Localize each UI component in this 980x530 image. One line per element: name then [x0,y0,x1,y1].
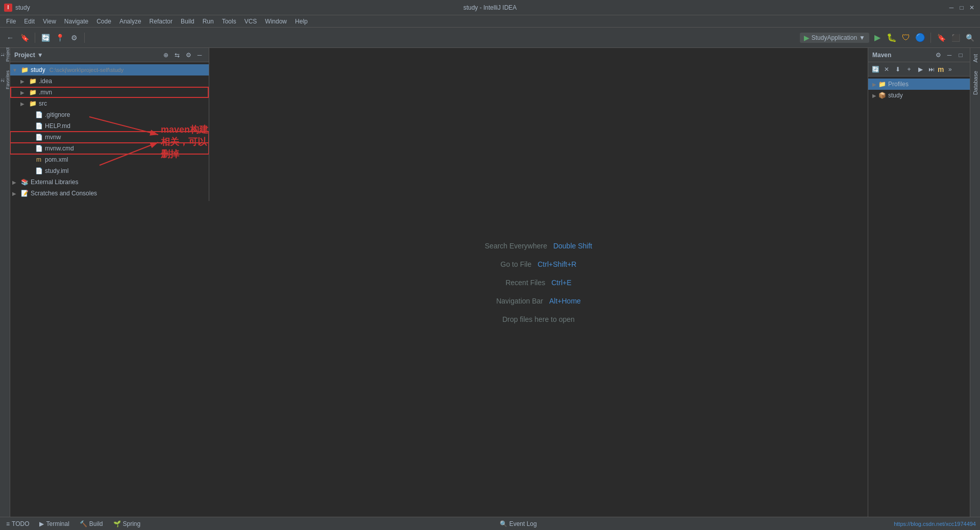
maven-skip-btn[interactable]: ⏭ [926,64,937,74]
maven-settings-btn[interactable]: ⚙ [933,50,943,60]
icon-pomxml: m [35,156,43,164]
panel-collapse-btn[interactable]: ⇆ [172,50,182,60]
run-config[interactable]: ▶ StudyApplication ▼ [800,33,869,43]
label-study-root: study [31,66,45,73]
bottom-event-log-btn[interactable]: 🔍 Event Log [498,519,539,528]
hint-key-recent: Ctrl+E [551,279,571,287]
label-helpmd: HELP.md [45,122,70,130]
menu-tools[interactable]: Tools [218,17,240,26]
maximize-button[interactable]: □ [958,4,966,12]
forward-button[interactable]: 🔖 [18,32,31,44]
profile-button[interactable]: 🔵 [914,32,926,44]
minimize-button[interactable]: ─ [947,4,955,12]
label-gitignore: .gitignore [45,111,70,118]
left-sidebar-icons: 1: Project 2: Favorites [0,48,10,517]
icon-scratches: 📝 [20,189,29,197]
menu-code[interactable]: Code [92,17,115,26]
bottom-build-btn[interactable]: 🔨 Build [78,519,105,528]
maven-download-btn[interactable]: ⬇ [893,64,903,74]
maven-header: Maven ⚙ ─ □ [868,48,970,62]
todo-label: TODO [12,520,29,527]
tree-item-ext-libs[interactable]: ▶ 📚 External Libraries [10,176,209,188]
main-layout: 1: Project 2: Favorites Project ▼ ⊕ ⇆ ⚙ … [0,48,980,517]
menu-window[interactable]: Window [261,17,291,26]
maven-item-study[interactable]: ▶ 📦 study [868,90,970,101]
maven-panel: Maven ⚙ ─ □ 🔄 ✕ ⬇ + ▶ ⏭ m » ▶ 📁 Profiles [868,48,970,517]
menu-refactor[interactable]: Refactor [145,17,177,26]
side-tab-ant[interactable]: Ant [971,50,980,67]
label-idea: .idea [39,78,52,85]
tree-item-gitignore[interactable]: ▶ 📄 .gitignore [10,109,209,120]
maven-m-icon: m [938,65,944,73]
coverage-button[interactable]: 🛡 [900,32,912,44]
maven-profiles-label: Profiles [888,81,909,88]
menu-view[interactable]: View [39,17,60,26]
menu-analyze[interactable]: Analyze [115,17,145,26]
menu-help[interactable]: Help [291,17,312,26]
debug-button[interactable]: 🐛 [886,32,898,44]
titlebar: I study study - IntelliJ IDEA ─ □ ✕ [0,0,980,15]
panel-sync-btn[interactable]: ⊕ [161,50,171,60]
panel-gear-btn[interactable]: ⚙ [183,50,193,60]
maven-title: Maven [872,52,891,59]
bottom-spring-btn[interactable]: 🌱 Spring [111,519,143,528]
tree-item-mvnwcmd[interactable]: ▶ 📄 mvnw.cmd [10,143,209,154]
terminal-button[interactable]: ⬛ [949,32,962,44]
back-button[interactable]: ← [4,32,16,44]
toolbar-separator-2 [84,33,85,43]
tree-item-src[interactable]: ▶ 📁 src [10,98,209,109]
hint-label-recent: Recent Files [505,279,545,287]
tree-item-study-root[interactable]: ▼ 📁 study C:\sckj\work\project-self\stud… [10,64,209,75]
menu-run[interactable]: Run [199,17,218,26]
maven-refresh-btn[interactable]: 🔄 [870,64,880,74]
maven-study-arrow: ▶ [872,93,876,98]
bottom-terminal-btn[interactable]: ▶ Terminal [37,519,71,528]
hint-drop-files: Drop files here to open [502,315,575,323]
settings-button[interactable]: ⚙ [68,32,80,44]
tree-item-idea[interactable]: ▶ 📁 .idea [10,75,209,87]
panel-close-btn[interactable]: ─ [194,50,205,60]
maven-collapse-btn[interactable]: ─ [944,50,954,60]
left-icon-1[interactable]: 1: Project [1,50,10,59]
maven-profiles-arrow: ▶ [872,82,876,87]
maven-item-profiles[interactable]: ▶ 📁 Profiles [868,79,970,90]
icon-study-root: 📁 [20,66,29,74]
maven-expand-btn[interactable]: □ [955,50,966,60]
side-tab-database[interactable]: Database [971,67,980,99]
path-study-root: C:\sckj\work\project-self\study [50,67,124,73]
menu-build[interactable]: Build [177,17,199,26]
bookmark-button[interactable]: 🔖 [935,32,947,44]
label-mvnwcmd: mvnw.cmd [45,145,74,152]
menu-vcs[interactable]: VCS [240,17,261,26]
search-everywhere-button[interactable]: 🔍 [964,32,976,44]
project-panel-header: Project ▼ ⊕ ⇆ ⚙ ─ [10,48,209,62]
app-icon: I [4,4,12,12]
tree-item-mvnw[interactable]: ▶ 📄 mvnw [10,132,209,143]
build-icon: 🔨 [80,520,87,527]
close-button[interactable]: ✕ [968,4,976,12]
nav-button[interactable]: 📍 [54,32,66,44]
tree-item-helpmd[interactable]: ▶ 📄 HELP.md [10,120,209,132]
run-config-dropdown: ▼ [859,34,865,41]
maven-run-btn[interactable]: ▶ [915,64,925,74]
icon-mvnw: 📄 [35,133,43,141]
label-ext-libs: External Libraries [31,179,78,186]
label-src: src [39,100,47,107]
menu-file[interactable]: File [2,17,20,26]
project-panel-wrapper: Project ▼ ⊕ ⇆ ⚙ ─ ▼ 📁 study C:\sckj\work… [10,48,209,517]
menu-edit[interactable]: Edit [20,17,39,26]
tree-item-pomxml[interactable]: ▶ m pom.xml [10,154,209,165]
bottom-url[interactable]: https://blog.csdn.net/xcc1974494 [894,521,976,527]
left-icon-2[interactable]: 2: Favorites [1,75,10,85]
maven-clean-btn[interactable]: ✕ [881,64,892,74]
tree-item-studyiml[interactable]: ▶ 📄 study.iml [10,165,209,176]
tree-item-mvn[interactable]: ▶ 📁 .mvn [10,87,209,98]
editor-area[interactable]: Search Everywhere Double Shift Go to Fil… [209,48,868,517]
run-button[interactable]: ▶ [871,32,884,44]
maven-more-btn[interactable]: » [945,64,955,74]
maven-add-btn[interactable]: + [904,64,914,74]
bottom-todo-btn[interactable]: ≡ TODO [4,519,31,528]
menu-navigate[interactable]: Navigate [60,17,92,26]
tree-item-scratches[interactable]: ▶ 📝 Scratches and Consoles [10,188,209,199]
sync-button[interactable]: 🔄 [39,32,52,44]
